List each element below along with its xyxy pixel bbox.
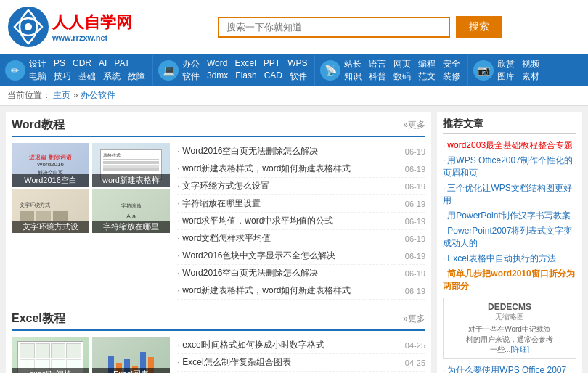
recommend-link-3[interactable]: 三个优化让WPS文档结构图更好用 [443,183,572,205]
word-item-1[interactable]: Word2016空白页无法删除怎么解决 [177,145,319,157]
search-input[interactable] [218,17,450,38]
nav-pat[interactable]: PAT [114,58,130,70]
nav-excel[interactable]: Excel [234,58,256,70]
search-button[interactable]: 搜索 [456,16,502,38]
word-thumb-1[interactable]: 进退篇·删除词语 Word2016 解决空白页 Word2016空白 [12,143,89,186]
nav-security[interactable]: 安全 [443,58,460,70]
word-item-4[interactable]: 字符缩放在哪里设置 [177,197,261,210]
list-item: excel时间格式如何换成小时数字格式 04-25 [177,337,425,354]
svg-point-1 [25,23,32,30]
word-thumbs: 进退篇·删除词语 Word2016 解决空白页 Word2016空白 表格样式 [12,143,171,300]
nav-language[interactable]: 语言 [369,58,386,70]
sidebar-item: 三个优化让WPS文档结构图更好用 [443,181,576,208]
nav-links-station: 站长 语言 网页 编程 安全 知识 科普 数码 范文 装修 [341,55,463,86]
nav-template[interactable]: 范文 [418,70,436,83]
nav-webpage[interactable]: 网页 [393,58,411,70]
nav-cad[interactable]: CAD [264,70,282,83]
logo-title: 人人自学网 [52,12,132,33]
excel-section-header: Excel教程 »更多 [12,311,425,331]
recommend-link-6[interactable]: Excel表格中自动执行的方法 [447,253,555,263]
nav-video[interactable]: 视频 [522,58,539,70]
excel-section-title: Excel教程 [12,311,65,327]
word-date-7: 06-19 [405,252,425,261]
recommend-link-2[interactable]: 用WPS Office2007制作个性化的页眉和页 [443,155,573,178]
list-item: Word2016空白页无法删除怎么解决 06-19 [177,265,425,282]
nav-row-office-top: 办公 Word Excel PPT WPS [182,58,307,70]
excel-item-1[interactable]: excel时间格式如何换成小时数字格式 [177,339,324,351]
nav-cdr[interactable]: CDR [73,58,91,70]
nav-office[interactable]: 办公 [182,58,200,70]
nav-row-enjoy-bottom: 图库 素材 [497,70,539,83]
nav-flash[interactable]: Flash [235,70,256,83]
word-item-5[interactable]: word求平均值，word中求平均值的公式 [177,215,333,227]
excel-thumb-row-1: excel时间格 [12,337,171,373]
nav-knowledge[interactable]: 知识 [344,70,362,83]
nav-basic[interactable]: 基础 [78,70,96,83]
nav-system[interactable]: 系统 [103,70,121,83]
word-item-3[interactable]: 文字环绕方式怎么设置 [177,180,269,192]
nav-fault[interactable]: 故障 [128,70,145,83]
nav-digital[interactable]: 数码 [393,70,411,83]
nav-science[interactable]: 科普 [369,70,386,83]
list-item: Word2016色块中文字显示不全怎么解决 06-19 [177,247,425,265]
excel-list: excel时间格式如何换成小时数字格式 04-25 Excel怎么制作复杂组合图… [177,337,425,373]
nav-word[interactable]: Word [207,58,227,70]
nav-bar: ✏ 设计 PS CDR AI PAT 电脑 技巧 基础 系统 故障 💻 [0,55,588,86]
nav-material[interactable]: 素材 [522,70,539,83]
recommend-link-4[interactable]: 用PowerPoint制作汉字书写教案 [447,210,570,221]
list-item: word文档怎样求平均值 06-19 [177,230,425,247]
nav-computer[interactable]: 电脑 [29,70,46,83]
recommend-link-1[interactable]: word2003最全基础教程整合专题 [447,140,573,150]
nav-ppt[interactable]: PPT [264,58,280,70]
nav-ps[interactable]: PS [54,58,65,70]
nav-decoration[interactable]: 装修 [443,70,460,83]
excel-item-2[interactable]: Excel怎么制作复杂组合图表 [177,356,291,369]
breadcrumb-current[interactable]: 办公软件 [81,90,115,100]
excel-thumb-1[interactable]: excel时间格 [12,337,89,373]
nav-3dmx[interactable]: 3dmx [207,70,228,83]
main-content: Word教程 »更多 进退篇·删除词语 Word2016 解决空白页 [0,106,588,373]
nav-gallery[interactable]: 图库 [497,70,515,83]
office-icon: 💻 [158,60,179,81]
word-more-link[interactable]: »更多 [403,119,425,131]
nav-software2[interactable]: 软件 [290,70,307,83]
design-icon: ✏ [5,60,25,81]
sidebar-item: 用WPS Office2007制作个性化的页眉和页 [443,153,576,181]
excel-date-1: 04-25 [405,341,425,350]
nav-section-design: ✏ 设计 PS CDR AI PAT 电脑 技巧 基础 系统 故障 [0,55,153,86]
detail-link[interactable]: [详细] [510,345,529,353]
station-icon: 📡 [320,60,340,81]
nav-ai[interactable]: AI [99,58,107,70]
word-item-8[interactable]: Word2016空白页无法删除怎么解决 [177,267,319,279]
nav-wps[interactable]: WPS [287,58,307,70]
word-date-1: 06-19 [405,147,425,156]
list-item: Excel怎么制作复杂组合图表 04-25 [177,354,425,372]
word-thumb-3-label: 文字环境方式设 [12,221,89,233]
word-item-6[interactable]: word文档怎样求平均值 [177,232,271,245]
word-thumb-2[interactable]: 表格样式 word新建表格样 [92,143,170,186]
excel-thumb-2[interactable]: Excel图表 [92,337,170,373]
nav-row-design-top: 设计 PS CDR AI PAT [29,58,145,70]
recommend-link-7[interactable]: 简单几步把word2010窗口折分为两部分 [443,269,575,291]
list-item: word新建表格样式，word如何新建表格样式 06-19 [177,160,425,178]
nav-software[interactable]: 软件 [182,70,200,83]
excel-more-link[interactable]: »更多 [403,313,425,325]
nav-coding[interactable]: 编程 [418,58,436,70]
nav-enjoy[interactable]: 欣赏 [497,58,515,70]
recommend-link-8[interactable]: 为什么要使用WPS Office 2007 [447,365,566,373]
recommend-link-5[interactable]: PowerPoint2007将列表式文字变成动人的 [443,226,572,248]
word-item-2[interactable]: word新建表格样式，word如何新建表格样式 [177,163,351,175]
word-thumb-4[interactable]: 字符缩放 A a 字符缩放在哪里 [92,189,170,233]
header: 人人自学网 www.rrzxw.net 搜索 [0,0,588,55]
breadcrumb-home[interactable]: 主页 [53,90,70,100]
nav-row-office-bottom: 软件 3dmx Flash CAD 软件 [182,70,307,83]
excel-thumb-2-label: Excel图表 [92,368,170,373]
word-section-header: Word教程 »更多 [12,118,425,137]
word-thumb-3[interactable]: 文字环绕方式 文字环境方式设 [12,189,89,233]
word-item-9[interactable]: word新建表格样式，word如何新建表格样式 [177,284,351,297]
word-item-7[interactable]: Word2016色块中文字显示不全怎么解决 [177,250,336,262]
word-section-title: Word教程 [12,118,65,133]
nav-webmaster[interactable]: 站长 [344,58,362,70]
nav-design[interactable]: 设计 [29,58,46,70]
nav-skills[interactable]: 技巧 [54,70,71,83]
